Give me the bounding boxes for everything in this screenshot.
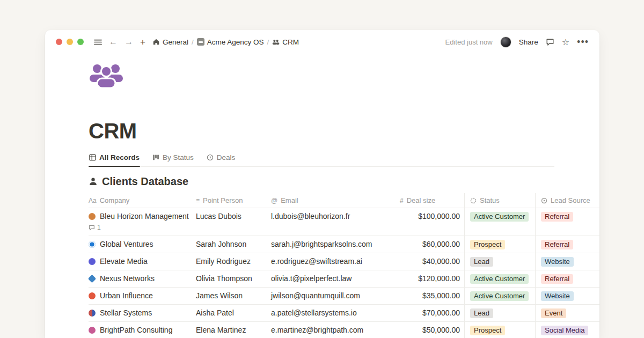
company-name: Nexus Networks: [100, 274, 155, 283]
company-icon: [89, 258, 96, 265]
title-icon: Aa: [89, 197, 97, 204]
table-row[interactable]: Stellar Systems Aisha Patel a.patel@stel…: [89, 305, 599, 322]
close-window-button[interactable]: [56, 39, 62, 45]
column-label: Email: [281, 196, 298, 204]
lead-source-cell[interactable]: Referral: [535, 236, 599, 253]
comments-icon[interactable]: [546, 38, 554, 46]
email-cell[interactable]: a.patel@stellarsystems.io: [271, 305, 400, 321]
status-cell[interactable]: Active Customer: [464, 208, 535, 236]
point-person-cell[interactable]: Olivia Thompson: [196, 270, 271, 287]
deal-size-cell[interactable]: $70,000.00: [400, 305, 464, 321]
company-cell[interactable]: Urban Influence: [89, 288, 196, 304]
column-label: Deal size: [407, 196, 435, 204]
email-cell[interactable]: jwilson@quantumquill.com: [271, 288, 400, 304]
deal-size-cell[interactable]: $60,000.00: [400, 236, 464, 253]
deal-size-cell[interactable]: $40,000.00: [400, 253, 464, 270]
column-header-status[interactable]: Status: [464, 193, 535, 208]
status-cell[interactable]: Active Customer: [464, 270, 535, 287]
more-options-icon[interactable]: •••: [577, 36, 589, 48]
company-cell[interactable]: BrightPath Consulting: [89, 322, 196, 338]
page-title: CRM: [89, 119, 599, 143]
tab-by-status[interactable]: By Status: [152, 153, 194, 166]
timeline-icon: [207, 154, 214, 161]
breadcrumb-item-general[interactable]: General: [152, 38, 188, 46]
lead-source-cell[interactable]: Website: [535, 288, 599, 304]
breadcrumb-item-crm[interactable]: CRM: [272, 38, 299, 46]
lead-source-cell[interactable]: Referral: [535, 208, 599, 236]
email-cell[interactable]: l.dubois@bleuhorizon.fr: [271, 208, 400, 236]
comment-indicator[interactable]: 1: [89, 223, 192, 232]
tab-label: Deals: [217, 153, 236, 161]
point-person-cell[interactable]: Lucas Dubois: [196, 208, 271, 236]
column-header-email[interactable]: @ Email: [271, 193, 400, 208]
company-name: Elevate Media: [100, 256, 148, 266]
minimize-window-button[interactable]: [67, 39, 73, 45]
column-header-point-person[interactable]: ≡ Point Person: [196, 193, 271, 208]
sidebar-toggle-icon[interactable]: [94, 38, 102, 46]
point-person-cell[interactable]: James Wilson: [196, 288, 271, 304]
topbar-actions: Edited just now Share ☆ •••: [445, 36, 589, 48]
avatar[interactable]: [500, 36, 511, 48]
company-cell[interactable]: Nexus Networks: [89, 270, 196, 287]
table-row[interactable]: Nexus Networks Olivia Thompson olivia.t@…: [89, 270, 599, 288]
point-person-cell[interactable]: Elena Martinez: [196, 322, 271, 338]
favorite-star-icon[interactable]: ☆: [562, 37, 569, 47]
people-group-icon[interactable]: [89, 63, 124, 89]
lead-source-cell[interactable]: Social Media: [535, 322, 599, 338]
deal-size-cell[interactable]: $35,000.00: [400, 288, 464, 304]
table-row[interactable]: Elevate Media Emily Rodriguez e.rodrigue…: [89, 253, 599, 270]
company-cell[interactable]: Elevate Media: [89, 253, 196, 270]
home-icon: [152, 38, 160, 46]
table-row[interactable]: Urban Influence James Wilson jwilson@qua…: [89, 288, 599, 305]
tab-label: All Records: [99, 153, 140, 161]
lead-source-badge: Social Media: [541, 326, 588, 335]
point-person-cell[interactable]: Emily Rodriguez: [196, 253, 271, 270]
table-row[interactable]: BrightPath Consulting Elena Martinez e.m…: [89, 322, 599, 338]
table-row[interactable]: Bleu Horizon Management 1 Lucas Dubois l…: [89, 208, 599, 236]
lead-source-cell[interactable]: Website: [535, 253, 599, 270]
status-cell[interactable]: Prospect: [464, 322, 535, 338]
window-topbar: ← → + General / Acme Agency OS / CRM Edi…: [45, 30, 599, 54]
table-row[interactable]: Global Ventures Sarah Johnson sarah.j@br…: [89, 236, 599, 253]
lead-source-badge: Website: [541, 291, 574, 301]
email-cell[interactable]: e.martinez@brightpath.com: [271, 322, 400, 338]
point-person-cell[interactable]: Aisha Patel: [196, 305, 271, 321]
status-cell[interactable]: Lead: [464, 253, 535, 270]
back-button[interactable]: ←: [109, 38, 118, 46]
column-header-deal-size[interactable]: # Deal size: [400, 193, 464, 208]
deal-size-cell[interactable]: $100,000.00: [400, 208, 464, 236]
lead-source-badge: Referral: [541, 274, 573, 284]
column-label: Point Person: [203, 196, 243, 204]
tab-all-records[interactable]: All Records: [89, 153, 140, 166]
deal-size-cell[interactable]: $120,000.00: [400, 270, 464, 287]
status-badge: Lead: [470, 308, 493, 318]
lead-source-cell[interactable]: Event: [535, 305, 599, 321]
zoom-window-button[interactable]: [77, 39, 84, 45]
point-person-cell[interactable]: Sarah Johnson: [196, 236, 271, 253]
deal-size-cell[interactable]: $50,000.00: [400, 322, 464, 338]
company-name: Global Ventures: [100, 239, 153, 249]
company-cell[interactable]: Global Ventures: [89, 236, 196, 253]
company-cell[interactable]: Stellar Systems: [89, 305, 196, 321]
lead-source-cell[interactable]: Referral: [535, 270, 599, 287]
forward-button[interactable]: →: [125, 38, 133, 46]
status-cell[interactable]: Lead: [464, 305, 535, 321]
company-cell[interactable]: Bleu Horizon Management 1: [89, 208, 196, 236]
share-button[interactable]: Share: [519, 38, 538, 46]
edited-status: Edited just now: [445, 38, 493, 46]
new-page-button[interactable]: +: [140, 38, 145, 47]
breadcrumb-item-workspace[interactable]: Acme Agency OS: [197, 38, 264, 46]
email-cell[interactable]: e.rodriguez@swiftstream.ai: [271, 253, 400, 270]
person-icon: [89, 177, 98, 186]
database-section-header: Clients Database: [89, 175, 599, 188]
status-cell[interactable]: Prospect: [464, 236, 535, 253]
column-header-company[interactable]: Aa Company: [89, 193, 196, 208]
status-cell[interactable]: Active Customer: [464, 288, 535, 304]
tab-deals[interactable]: Deals: [206, 153, 236, 166]
email-cell[interactable]: sarah.j@brightsparksolns.com: [271, 236, 400, 253]
email-cell[interactable]: olivia.t@pixelperfect.law: [271, 270, 400, 287]
column-label: Status: [480, 196, 500, 204]
column-header-lead-source[interactable]: Lead Source: [535, 193, 599, 208]
status-badge: Prospect: [470, 326, 505, 335]
comment-bubble-icon: [89, 224, 95, 231]
